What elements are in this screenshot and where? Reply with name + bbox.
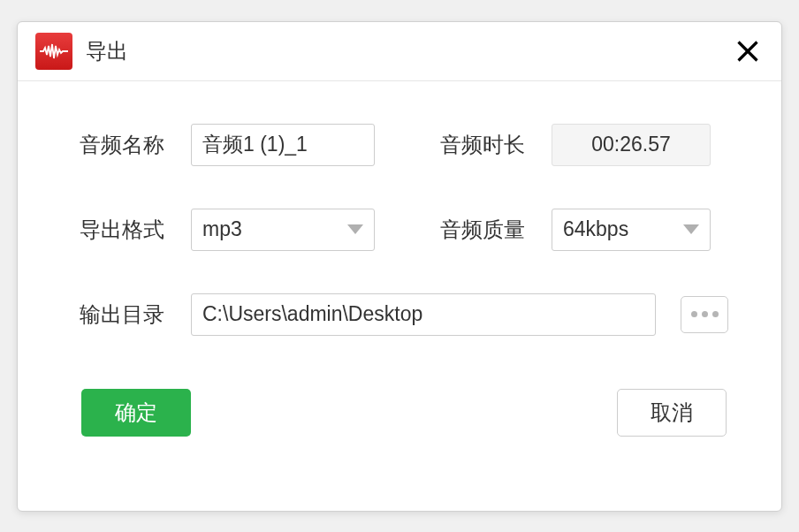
audio-name-label: 音频名称	[80, 131, 175, 159]
row-format-quality: 导出格式 mp3 音频质量 64kbps	[80, 209, 728, 251]
row-output-dir: 输出目录	[80, 293, 728, 336]
output-dir-label: 输出目录	[80, 300, 175, 329]
chevron-down-icon	[347, 224, 363, 234]
button-row: 确定 取消	[80, 389, 728, 437]
title-left: 导出	[35, 33, 128, 70]
chevron-down-icon	[683, 224, 699, 234]
titlebar: 导出	[18, 22, 781, 81]
audio-duration-label: 音频时长	[440, 131, 536, 159]
app-icon	[35, 33, 72, 70]
ellipsis-dot-icon	[712, 311, 719, 317]
dialog-content: 音频名称 音频时长 00:26.57 导出格式 mp3 音频质量 64kbps …	[18, 81, 781, 511]
cancel-button[interactable]: 取消	[617, 389, 727, 437]
output-dir-input[interactable]	[191, 293, 656, 336]
export-format-value: mp3	[202, 217, 242, 241]
browse-button[interactable]	[681, 296, 728, 333]
export-format-select[interactable]: mp3	[191, 209, 375, 251]
ellipsis-dot-icon	[691, 311, 697, 317]
dialog-title: 导出	[86, 37, 128, 65]
waveform-icon	[40, 42, 68, 60]
audio-quality-select[interactable]: 64kbps	[552, 209, 711, 251]
audio-duration-value: 00:26.57	[552, 124, 711, 166]
audio-quality-value: 64kbps	[563, 217, 628, 241]
export-dialog: 导出 音频名称 音频时长 00:26.57 导出格式 mp3 音频质量 64kb…	[17, 21, 782, 512]
close-icon	[735, 39, 760, 64]
audio-quality-label: 音频质量	[440, 216, 536, 244]
ellipsis-dot-icon	[702, 311, 708, 317]
audio-name-input[interactable]	[191, 124, 375, 166]
ok-button[interactable]: 确定	[81, 389, 191, 437]
close-button[interactable]	[732, 35, 764, 67]
export-format-label: 导出格式	[80, 216, 175, 244]
row-name-duration: 音频名称 音频时长 00:26.57	[80, 124, 728, 166]
